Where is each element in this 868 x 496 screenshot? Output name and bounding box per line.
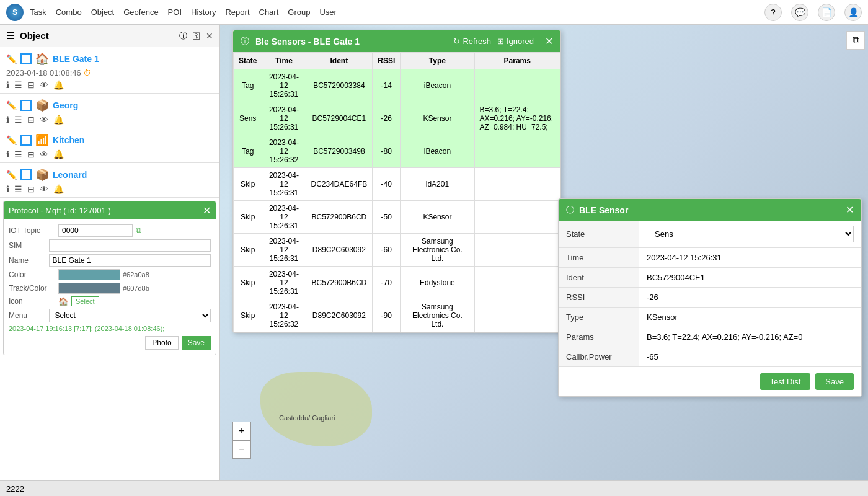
sensor-row-ident: Ident BC5729004CE1 bbox=[559, 268, 861, 288]
refresh-button[interactable]: ↻ Refresh bbox=[453, 37, 491, 46]
device-name-kitchen[interactable]: Kitchen bbox=[53, 135, 84, 145]
copy-icon[interactable]: ⧉ bbox=[136, 226, 141, 236]
ignored-icon: ⊞ bbox=[497, 37, 504, 46]
device-name-ble-gate1[interactable]: BLE Gate 1 bbox=[53, 54, 99, 64]
bell-icon-ble-gate1[interactable]: 🔔 bbox=[53, 80, 64, 90]
nav-history[interactable]: History bbox=[191, 7, 216, 17]
cell-rssi: -80 bbox=[373, 135, 401, 168]
col-type: Type bbox=[401, 53, 474, 69]
user-icon[interactable]: 👤 bbox=[844, 4, 862, 21]
ble-table-row[interactable]: Skip 2023-04-12 15:26:31 BC572900B6CD -5… bbox=[234, 201, 560, 234]
device-name-leonard[interactable]: Leonard bbox=[53, 170, 87, 180]
track-color-swatch[interactable] bbox=[58, 283, 120, 294]
protocol-popup-close[interactable]: ✕ bbox=[203, 205, 211, 216]
camera-icon-leonard[interactable]: ⊟ bbox=[27, 184, 35, 194]
cell-params bbox=[474, 201, 560, 234]
nav-object[interactable]: Object bbox=[91, 7, 115, 17]
cell-params bbox=[474, 234, 560, 267]
state-select[interactable]: TagSensSkip bbox=[647, 226, 854, 242]
cell-type: KSensor bbox=[401, 102, 474, 135]
nav-report[interactable]: Report bbox=[225, 7, 249, 17]
device-actions-kitchen: ℹ ☰ ⊟ 👁 🔔 bbox=[6, 149, 213, 159]
sensor-label-1: Time bbox=[559, 248, 639, 267]
sensor-label-0: State bbox=[559, 221, 639, 247]
sensor-label-6: Calibr.Power bbox=[559, 347, 639, 366]
protocol-form: IOT Topic ⧉ SIM Name Color #62a0a8 Tra bbox=[4, 219, 216, 355]
iot-topic-input[interactable] bbox=[58, 224, 133, 237]
hamburger-icon[interactable]: ☰ bbox=[6, 30, 15, 42]
nav-right-icons: ? 💬 📄 👤 bbox=[764, 4, 862, 21]
camera-icon-georg[interactable]: ⊟ bbox=[27, 115, 35, 125]
cell-state: Skip bbox=[234, 267, 262, 299]
cell-state: Skip bbox=[234, 201, 262, 234]
close-sidebar-icon[interactable]: ✕ bbox=[206, 31, 213, 41]
name-label: Name bbox=[9, 256, 46, 265]
list-icon-ble-gate1[interactable]: ☰ bbox=[14, 80, 22, 90]
nav-geofence[interactable]: Geofence bbox=[123, 7, 158, 17]
cell-params bbox=[474, 267, 560, 299]
cell-rssi: -70 bbox=[373, 267, 401, 299]
info-icon-georg[interactable]: ℹ bbox=[6, 115, 9, 125]
info-icon-leonard[interactable]: ℹ bbox=[6, 184, 9, 194]
sim-label: SIM bbox=[9, 241, 46, 250]
eye-icon-ble-gate1[interactable]: 👁 bbox=[40, 80, 48, 90]
iot-topic-label: IOT Topic bbox=[9, 226, 55, 235]
name-input[interactable] bbox=[49, 254, 211, 267]
list-icon-leonard[interactable]: ☰ bbox=[14, 184, 22, 194]
menu-select[interactable]: Select bbox=[49, 309, 211, 322]
ble-table-row[interactable]: Skip 2023-04-12 15:26:32 D89C2C603092 -9… bbox=[234, 299, 560, 332]
cell-params bbox=[474, 135, 560, 168]
icon-select-button[interactable]: Select bbox=[71, 296, 99, 306]
zoom-in-button[interactable]: + bbox=[232, 422, 251, 440]
map-layers-button[interactable]: ⧉ bbox=[846, 31, 865, 50]
ble-table-row[interactable]: Tag 2023-04-12 15:26:32 BC5729003498 -80… bbox=[234, 135, 560, 168]
help-icon[interactable]: ? bbox=[764, 4, 782, 21]
bell-icon-kitchen[interactable]: 🔔 bbox=[53, 149, 64, 159]
nav-poi[interactable]: POI bbox=[168, 7, 182, 17]
ignored-button[interactable]: ⊞ Ignored bbox=[497, 37, 534, 46]
sensor-save-button[interactable]: Save bbox=[815, 373, 854, 390]
warning-icon: ⏱ bbox=[83, 68, 91, 78]
chat-icon[interactable]: 💬 bbox=[791, 4, 808, 21]
ble-table-row[interactable]: Skip 2023-04-12 15:26:31 D89C2C603092 -6… bbox=[234, 234, 560, 267]
nav-task[interactable]: Task bbox=[30, 7, 46, 17]
eye-icon-georg[interactable]: 👁 bbox=[40, 115, 48, 125]
nav-group[interactable]: Group bbox=[288, 7, 310, 17]
doc-icon[interactable]: 📄 bbox=[818, 4, 835, 21]
list-icon-georg[interactable]: ☰ bbox=[14, 115, 22, 125]
ble-table-row[interactable]: Sens 2023-04-12 15:26:31 BC5729004CE1 -2… bbox=[234, 102, 560, 135]
nav-combo[interactable]: Combo bbox=[56, 7, 82, 17]
nav-user[interactable]: User bbox=[319, 7, 336, 17]
device-name-georg[interactable]: Georg bbox=[53, 100, 78, 110]
nav-chart[interactable]: Chart bbox=[259, 7, 279, 17]
list-icon-kitchen[interactable]: ☰ bbox=[14, 149, 22, 159]
eye-icon-leonard[interactable]: 👁 bbox=[40, 184, 48, 194]
sim-input[interactable] bbox=[49, 239, 211, 252]
cell-rssi: -14 bbox=[373, 69, 401, 102]
protocol-popup-header: Protocol - Mqtt ( id: 127001 ) ✕ bbox=[4, 202, 216, 219]
ble-sensor-close[interactable]: ✕ bbox=[846, 204, 854, 216]
edit-icon-leonard[interactable]: ✏️ bbox=[6, 170, 17, 180]
eye-icon-kitchen[interactable]: 👁 bbox=[40, 149, 48, 159]
protocol-save-button[interactable]: Save bbox=[182, 336, 211, 350]
filter-icon[interactable]: ⚿ bbox=[192, 31, 201, 41]
edit-icon-ble-gate1[interactable]: ✏️ bbox=[6, 54, 17, 64]
ble-table-row[interactable]: Skip 2023-04-12 15:26:31 DC234DAE64FB -4… bbox=[234, 168, 560, 201]
camera-icon-ble-gate1[interactable]: ⊟ bbox=[27, 80, 35, 90]
photo-button[interactable]: Photo bbox=[145, 336, 178, 350]
bell-icon-leonard[interactable]: 🔔 bbox=[53, 184, 64, 194]
zoom-out-button[interactable]: − bbox=[232, 440, 251, 459]
bell-icon-georg[interactable]: 🔔 bbox=[53, 115, 64, 125]
ble-table-row[interactable]: Skip 2023-04-12 15:26:31 BC572900B6CD -7… bbox=[234, 267, 560, 299]
info-icon-kitchen[interactable]: ℹ bbox=[6, 149, 9, 159]
cell-ident: BC5729003498 bbox=[306, 135, 373, 168]
color-swatch[interactable] bbox=[58, 269, 120, 280]
test-dist-button[interactable]: Test Dist bbox=[760, 373, 811, 390]
edit-icon-georg[interactable]: ✏️ bbox=[6, 100, 17, 110]
cell-rssi: -26 bbox=[373, 102, 401, 135]
ble-table-row[interactable]: Tag 2023-04-12 15:26:31 BC5729003384 -14… bbox=[234, 69, 560, 102]
ble-panel-close[interactable]: ✕ bbox=[545, 35, 553, 47]
camera-icon-kitchen[interactable]: ⊟ bbox=[27, 149, 35, 159]
edit-icon-kitchen[interactable]: ✏️ bbox=[6, 135, 17, 145]
info-icon-ble-gate1[interactable]: ℹ bbox=[6, 80, 9, 90]
